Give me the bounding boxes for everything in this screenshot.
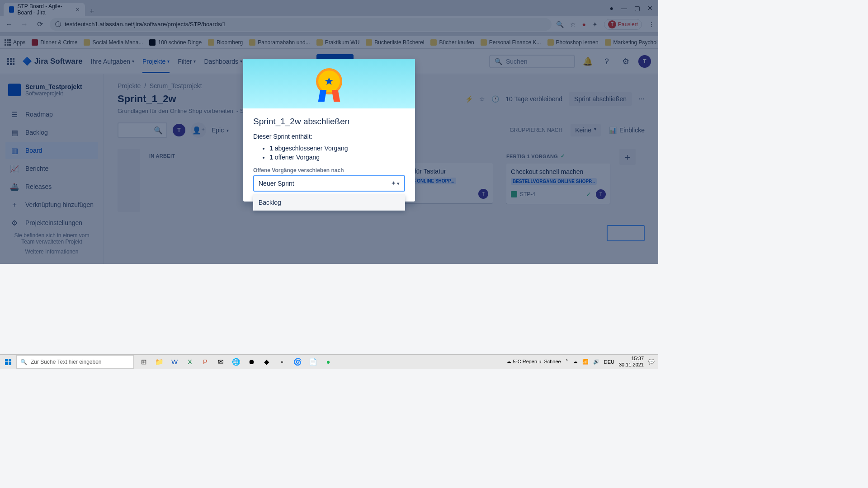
clock[interactable]: 15:37 30.11.2021 (619, 356, 644, 367)
move-to-select[interactable]: Neuer Sprint ✦▾ (253, 175, 405, 192)
select-arrow: ✦▾ (391, 180, 400, 187)
select-value: Neuer Sprint (259, 180, 294, 187)
mail-icon[interactable]: ✉ (213, 355, 228, 369)
notifications-icon[interactable]: 💬 (648, 359, 655, 365)
excel-icon[interactable]: X (183, 355, 197, 369)
wifi-icon[interactable]: 📶 (582, 359, 589, 365)
app-icon[interactable]: ◆ (259, 355, 274, 369)
obs-icon[interactable]: ⏺ (244, 355, 259, 369)
system-tray: ☁ 5°C Regen u. Schnee ˄ ☁ 📶 🔊 DEU 15:37 … (506, 356, 658, 367)
edge-icon[interactable]: 🌀 (290, 355, 305, 369)
explorer-icon[interactable]: 📁 (152, 355, 166, 369)
dropdown-option-backlog[interactable]: Backlog (253, 194, 405, 211)
start-button[interactable] (0, 355, 16, 369)
windows-taskbar: 🔍 Zur Suche Text hier eingeben ⊞ 📁 W X P… (0, 354, 658, 369)
language-indicator[interactable]: DEU (604, 359, 614, 365)
tray-chevron-icon[interactable]: ˄ (566, 359, 568, 365)
modal-hero: ★ (243, 59, 415, 108)
modal-subtitle: Dieser Sprint enthält: (253, 133, 405, 140)
weather-widget[interactable]: ☁ 5°C Regen u. Schnee (506, 359, 561, 365)
complete-sprint-modal: ★ Sprint_1_2w abschließen Dieser Sprint … (243, 59, 415, 202)
volume-icon[interactable]: 🔊 (593, 359, 599, 365)
spotify-icon[interactable]: ● (321, 355, 335, 369)
chrome-icon[interactable]: 🌐 (229, 355, 243, 369)
task-icons: ⊞ 📁 W X P ✉ 🌐 ⏺ ◆ ▫ 🌀 📄 ● (137, 355, 335, 369)
move-to-label: Offene Vorgänge verschieben nach (253, 167, 405, 174)
word-icon[interactable]: W (167, 355, 182, 369)
powerpoint-icon[interactable]: P (198, 355, 212, 369)
onedrive-icon[interactable]: ☁ (573, 359, 578, 365)
completed-issues-count: 1 abgeschlossener Vorgang (269, 145, 405, 152)
search-icon: 🔍 (20, 359, 27, 365)
notepad-icon[interactable]: 📄 (306, 355, 320, 369)
cursor-icon: ✦ (391, 180, 396, 187)
move-to-dropdown: Backlog (253, 194, 405, 211)
search-placeholder: Zur Suche Text hier eingeben (31, 359, 102, 365)
taskbar-search[interactable]: 🔍 Zur Suche Text hier eingeben (16, 355, 134, 369)
modal-summary-list: 1 abgeschlossener Vorgang 1 offener Vorg… (253, 145, 405, 161)
open-issues-count: 1 offener Vorgang (269, 154, 405, 161)
windows-logo-icon (5, 359, 11, 365)
task-view-icon[interactable]: ⊞ (137, 355, 151, 369)
modal-title: Sprint_1_2w abschließen (253, 117, 405, 127)
medal-icon: ★ (314, 68, 344, 99)
app-icon[interactable]: ▫ (275, 355, 289, 369)
